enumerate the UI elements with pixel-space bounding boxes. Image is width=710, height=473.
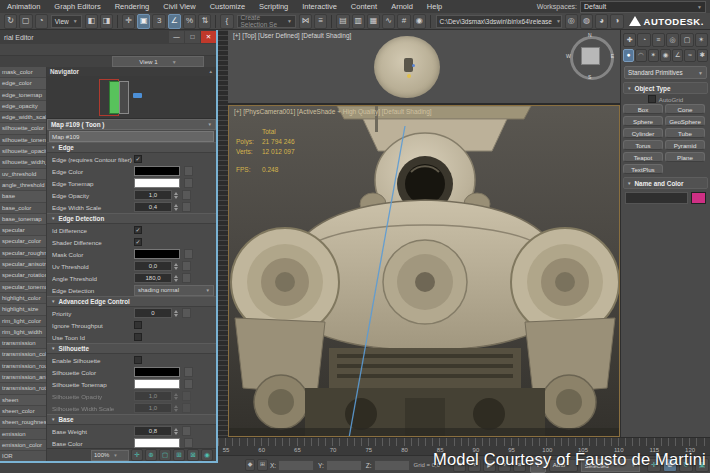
- spinner-arrows[interactable]: [174, 192, 178, 199]
- space-warps-category[interactable]: ≈: [684, 49, 695, 62]
- display-tab[interactable]: ▢: [680, 33, 693, 47]
- named-selection-set-dropdown[interactable]: Create Selection Se▼: [237, 15, 296, 28]
- socket-highlight-size[interactable]: highlight_size: [0, 304, 46, 315]
- map-slot-button[interactable]: [184, 249, 193, 259]
- spinner-up-icon[interactable]: [174, 192, 178, 195]
- map-slot-button[interactable]: [182, 426, 191, 436]
- menu-graph-editors[interactable]: Graph Editors: [47, 0, 107, 13]
- top-viewport-label[interactable]: [+] [Top] [User Defined] [Default Shadin…: [233, 32, 351, 39]
- textplus-button[interactable]: TextPlus: [623, 164, 663, 174]
- redo-icon[interactable]: ↻: [4, 14, 17, 29]
- socket-specular-color[interactable]: specular_color: [0, 236, 46, 247]
- rollout-base[interactable]: ▼Base: [47, 414, 216, 425]
- select-and-move-icon[interactable]: ✛: [122, 14, 135, 29]
- menu-scripting[interactable]: Scripting: [252, 0, 295, 13]
- value-field-base-weight[interactable]: 0,8: [134, 426, 172, 436]
- align-icon[interactable]: ≡: [314, 14, 327, 29]
- rollout-edge-detection[interactable]: ▼Edge Detection: [47, 213, 216, 224]
- rollout-silhouette[interactable]: ▼Silhouette: [47, 343, 216, 354]
- render-production-icon[interactable]: ◕: [595, 14, 608, 29]
- name-and-color-rollout[interactable]: ▼ Name and Color: [623, 177, 708, 189]
- pyramid-button[interactable]: Pyramid: [665, 140, 705, 150]
- map-slot-button[interactable]: [182, 391, 191, 401]
- socket-edge-width-scale[interactable]: edge_width_scale: [0, 112, 46, 123]
- socket-base-tonemap[interactable]: base_tonemap: [0, 214, 46, 225]
- material-editor-titlebar[interactable]: rial Editor — □ ✕: [0, 30, 216, 44]
- socket-specular-rotation[interactable]: specular_rotation: [0, 270, 46, 281]
- torus-button[interactable]: Torus: [623, 140, 663, 150]
- socket-base[interactable]: base: [0, 191, 46, 202]
- rendered-frame-icon[interactable]: ◍: [580, 14, 593, 29]
- socket-rim-light-width[interactable]: rim_light_width: [0, 327, 46, 338]
- checkbox-edge-requires-contour-filter[interactable]: ✓: [134, 155, 142, 163]
- map-rollup-header[interactable]: Map #109 ( Toon ) ▼: [47, 119, 216, 130]
- socket-ior[interactable]: IOR: [0, 451, 46, 461]
- value-field-priority[interactable]: 0: [134, 308, 172, 318]
- menu-animation[interactable]: Animation: [0, 0, 47, 13]
- scene-explorer-icon[interactable]: ▤: [336, 14, 349, 29]
- socket-sheen[interactable]: sheen: [0, 395, 46, 406]
- checkbox-id-difference[interactable]: ✓: [134, 226, 142, 234]
- spinner-arrows[interactable]: [174, 393, 178, 400]
- cone-button[interactable]: Cone: [665, 104, 705, 114]
- layer-explorer-icon[interactable]: ▥: [352, 14, 365, 29]
- value-field-edge-width-scale[interactable]: 0,4: [134, 202, 172, 212]
- spinner-up-icon[interactable]: [174, 393, 178, 396]
- menu-content[interactable]: Content: [344, 0, 384, 13]
- selection-lock-icon[interactable]: ◆: [245, 459, 256, 471]
- primitive-type-dropdown[interactable]: Standard Primitives ▼: [624, 66, 707, 79]
- z-coordinate-field[interactable]: [374, 460, 410, 471]
- color-swatch-base-color[interactable]: [134, 438, 180, 448]
- snaps-toggle-icon[interactable]: 3: [152, 14, 165, 29]
- spinner-down-icon[interactable]: [174, 196, 178, 199]
- select-and-rotate-icon[interactable]: ▣: [137, 14, 150, 29]
- socket-silhouette-opacity[interactable]: silhouette_opacity: [0, 146, 46, 157]
- pin-icon[interactable]: ◉: [201, 449, 213, 461]
- close-button[interactable]: ✕: [201, 31, 216, 43]
- spinner-arrows[interactable]: [174, 204, 178, 211]
- checkbox-use-toon-id[interactable]: [134, 333, 142, 341]
- socket-silhouette-width-scale[interactable]: silhouette_width_scale: [0, 157, 46, 168]
- percent-snap-icon[interactable]: %: [183, 14, 196, 29]
- object-color-swatch[interactable]: [691, 192, 706, 204]
- socket-transmission-rotation[interactable]: transmission_rotation: [0, 383, 46, 394]
- socket-transmission-color[interactable]: transmission_color: [0, 349, 46, 360]
- teapot-button[interactable]: Teapot: [623, 152, 663, 162]
- spinner-arrows[interactable]: [174, 310, 178, 317]
- selection-region-icon[interactable]: ▢: [19, 14, 32, 29]
- zoom-region-icon[interactable]: ▢: [159, 449, 171, 461]
- zoom-selected-icon[interactable]: ⊠: [187, 449, 199, 461]
- value-field-silhouette-opacity[interactable]: 1,0: [134, 391, 172, 401]
- object-type-rollout[interactable]: ▼ Object Type: [623, 82, 708, 94]
- ribbon-toggle-icon[interactable]: ▦: [367, 14, 380, 29]
- render-setup-icon[interactable]: ◎: [565, 14, 578, 29]
- reference-coordinate-dropdown[interactable]: View▼: [51, 15, 82, 28]
- zoom-extents-icon[interactable]: ⊞: [173, 449, 185, 461]
- viewcube[interactable]: N S W E: [568, 34, 612, 78]
- socket-emission-color[interactable]: emission_color: [0, 440, 46, 451]
- map-slot-button[interactable]: [182, 308, 191, 318]
- utilities-tab[interactable]: ✶: [695, 33, 708, 47]
- color-swatch-mask-color[interactable]: [134, 249, 180, 259]
- socket-sheen-color[interactable]: sheen_color: [0, 406, 46, 417]
- menu-help[interactable]: Help: [420, 0, 449, 13]
- view-tab[interactable]: View 1 ▼: [112, 56, 204, 67]
- viewport-layout-strip[interactable]: [218, 30, 228, 437]
- dropdown-edge-detection[interactable]: shading normal▼: [134, 285, 214, 296]
- spinner-arrows[interactable]: [174, 405, 178, 412]
- box-button[interactable]: Box: [623, 104, 663, 114]
- value-field-edge-opacity[interactable]: 1,0: [134, 190, 172, 200]
- workspace-dropdown[interactable]: Default ▼: [580, 1, 706, 13]
- socket-base-color[interactable]: base_color: [0, 203, 46, 214]
- map-slot-button[interactable]: [182, 190, 191, 200]
- pan-hand-icon[interactable]: ✛: [131, 449, 143, 461]
- y-coordinate-field[interactable]: [326, 460, 362, 471]
- plane-button[interactable]: Plane: [665, 152, 705, 162]
- angle-snap-icon[interactable]: ∠: [168, 14, 181, 29]
- create-tab[interactable]: ✚: [623, 33, 636, 47]
- map-slot-button[interactable]: [184, 379, 193, 389]
- sphere-button[interactable]: Sphere: [623, 116, 663, 126]
- spinner-up-icon[interactable]: [174, 263, 178, 266]
- autogrid-checkbox[interactable]: [648, 95, 656, 103]
- map-name-field[interactable]: Map #109: [49, 131, 214, 142]
